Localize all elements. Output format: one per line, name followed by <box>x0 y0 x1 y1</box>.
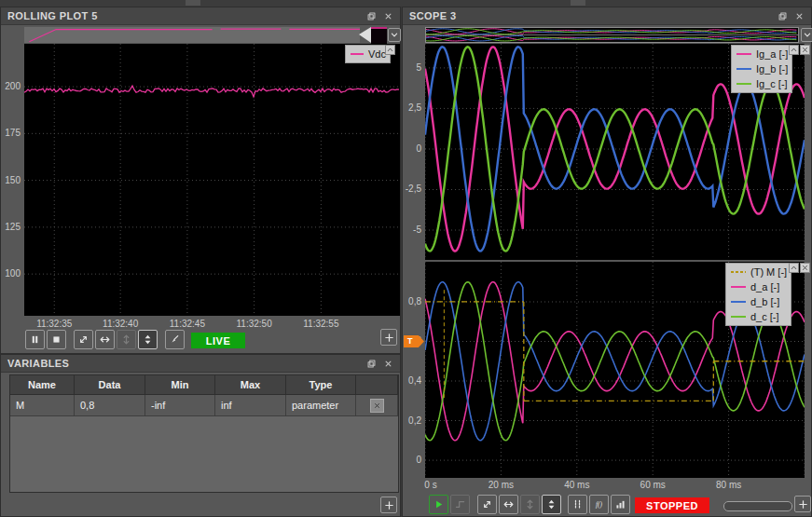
close-icon[interactable] <box>792 9 805 22</box>
legend-collapse-icon[interactable] <box>789 263 799 273</box>
y-tick-label: 0,8 <box>403 296 421 306</box>
scope-titlebar[interactable]: SCOPE 3 <box>403 7 811 25</box>
workspace: ROLLING PLOT 5 200175150125100 11:32:351… <box>0 0 812 517</box>
legend-entry[interactable]: d_b [-] <box>730 294 787 309</box>
column-header[interactable]: Type <box>286 375 356 395</box>
rolling-overview-strip[interactable] <box>24 27 360 43</box>
x-tick-label: 20 ms <box>489 480 514 490</box>
trigger-button[interactable] <box>450 495 470 514</box>
x-tick-label: 11:32:55 <box>303 319 338 329</box>
close-icon[interactable] <box>381 357 394 370</box>
close-icon[interactable] <box>381 9 394 22</box>
panel-title: SCOPE 3 <box>403 10 457 21</box>
cursors-button[interactable] <box>568 495 587 514</box>
svg-text:f(): f() <box>596 500 602 509</box>
x-tick-label: 80 ms <box>716 480 741 490</box>
autoscale-button[interactable] <box>477 495 497 514</box>
chevron-down-icon[interactable] <box>801 28 812 42</box>
rolling-plot-titlebar[interactable]: ROLLING PLOT 5 <box>1 7 400 25</box>
v-fit-button[interactable] <box>542 495 561 514</box>
table-cell: parameter <box>286 395 356 416</box>
y-tick-label: 0 <box>403 143 421 154</box>
legend-entry[interactable]: (T) M [-] <box>730 265 787 279</box>
y-tick-label: 0,4 <box>403 375 421 386</box>
table-cell: 0,8 <box>75 395 145 416</box>
h-zoom-button[interactable] <box>95 330 115 349</box>
y-tick-label: 150 <box>1 175 21 185</box>
y-tick-label: 2,5 <box>403 102 421 113</box>
x-tick-label: 40 ms <box>564 480 589 490</box>
panel-title: VARIABLES <box>1 358 69 369</box>
rolling-legend[interactable]: Vdc <box>345 45 391 63</box>
overview-current-window[interactable] <box>371 27 387 45</box>
fft-button[interactable] <box>611 495 630 514</box>
clear-brush-button[interactable] <box>165 330 185 349</box>
y-tick-label: 0 <box>403 455 421 465</box>
variables-panel: VARIABLES NameDataMinMaxTypeM0,8-infinfp… <box>0 354 401 517</box>
x-tick-label: 11:32:40 <box>103 319 138 329</box>
top-edge-strip <box>0 0 812 7</box>
legend-entry[interactable]: Ig_a [-] <box>736 47 788 61</box>
legend-collapse-icon[interactable] <box>385 45 395 55</box>
legend-entry[interactable]: Ig_b [-] <box>736 61 788 76</box>
y-tick-label: 175 <box>1 128 21 138</box>
column-header[interactable]: Data <box>75 375 145 395</box>
scope-overview-strip[interactable] <box>425 27 799 43</box>
add-variable-button[interactable] <box>380 497 397 513</box>
scope-currents-legend[interactable]: Ig_a [-]Ig_b [-]Ig_c [-] <box>731 45 792 93</box>
v-fit-button[interactable] <box>138 330 158 349</box>
play-button[interactable] <box>429 495 448 514</box>
chevron-down-icon[interactable] <box>388 28 401 42</box>
legend-close-icon[interactable] <box>800 263 810 273</box>
rolling-plot-area[interactable] <box>24 44 400 316</box>
column-header[interactable]: Name <box>10 375 75 395</box>
legend-entry[interactable]: d_c [-] <box>730 309 787 324</box>
live-status-badge: LIVE <box>191 333 245 348</box>
v-zoom-button[interactable] <box>117 330 136 349</box>
x-tick-label: 60 ms <box>640 480 666 490</box>
x-tick-label: 11:32:50 <box>237 319 272 329</box>
y-tick-label: 200 <box>1 81 21 91</box>
autoscale-button[interactable] <box>74 330 93 349</box>
table-row[interactable]: M0,8-infinfparameter <box>10 395 398 416</box>
column-header[interactable]: Max <box>215 375 286 395</box>
legend-entry[interactable]: d_a [-] <box>730 279 787 294</box>
h-zoom-button[interactable] <box>499 495 518 514</box>
x-tick-label: 0 s <box>424 480 436 490</box>
column-header[interactable]: Min <box>145 375 215 395</box>
y-tick-label: 100 <box>1 268 21 279</box>
table-cell: inf <box>215 395 286 416</box>
delete-variable-icon[interactable] <box>370 399 384 413</box>
float-window-icon[interactable] <box>365 9 378 22</box>
stop-button[interactable] <box>47 330 66 349</box>
y-tick-label: -2,5 <box>403 184 421 194</box>
table-cell: -inf <box>145 395 215 416</box>
pause-button[interactable] <box>25 330 45 349</box>
scope-duties-legend[interactable]: (T) M [-]d_a [-]d_b [-]d_c [-] <box>725 263 791 326</box>
float-window-icon[interactable] <box>776 9 789 22</box>
function-button[interactable]: f() <box>589 495 609 514</box>
rolling-plot-panel: ROLLING PLOT 5 200175150125100 11:32:351… <box>0 7 401 354</box>
float-window-icon[interactable] <box>365 357 378 370</box>
add-scope-button[interactable] <box>794 496 811 512</box>
acquisition-progress-bar <box>723 501 792 511</box>
scope-panel: SCOPE 3 52,50-2,5-5 0,80,60,40,20 0 s20 … <box>402 7 812 517</box>
y-tick-label: 0,2 <box>403 415 421 426</box>
x-tick-label: 11:32:35 <box>36 319 72 329</box>
x-tick-label: 11:32:45 <box>170 319 205 329</box>
stopped-status-badge: STOPPED <box>635 497 709 513</box>
add-plot-button[interactable] <box>380 329 397 346</box>
table-cell: M <box>10 395 75 416</box>
overview-window-marker-triangle[interactable] <box>359 27 371 43</box>
hidden-tab-notch <box>186 0 200 6</box>
v-zoom-button[interactable] <box>520 495 540 514</box>
legend-entry[interactable]: Vdc <box>350 47 386 61</box>
column-header[interactable] <box>356 375 398 395</box>
legend-entry[interactable]: Ig_c [-] <box>736 76 788 91</box>
variables-titlebar[interactable]: VARIABLES <box>1 355 400 373</box>
y-tick-label: 125 <box>1 222 21 232</box>
legend-collapse-icon[interactable] <box>789 45 799 55</box>
hidden-tab-notch <box>571 0 585 6</box>
panel-title: ROLLING PLOT 5 <box>1 10 98 21</box>
legend-close-icon[interactable] <box>800 45 810 55</box>
